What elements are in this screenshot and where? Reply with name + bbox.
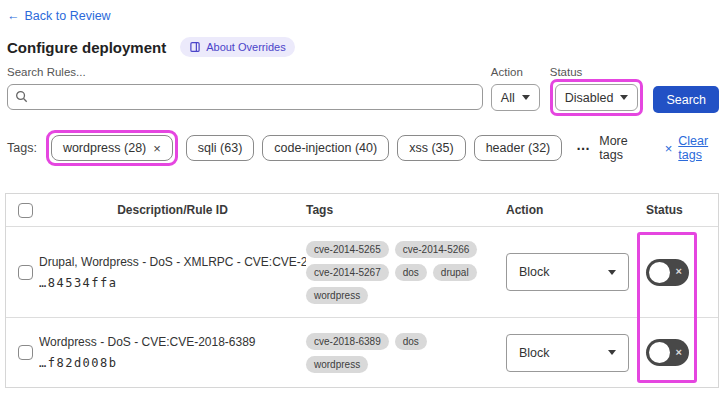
rule-tag-pill: dos bbox=[395, 333, 427, 350]
page-title: Configure deployment bbox=[7, 39, 166, 56]
search-rules-label: Search Rules... bbox=[7, 66, 483, 78]
tag-chip-label: code-injection (40) bbox=[274, 141, 377, 155]
table-header-row: Description/Rule ID Tags Action Status bbox=[6, 194, 718, 226]
status-cell: × bbox=[646, 227, 718, 317]
toggle-knob bbox=[649, 262, 670, 283]
status-filter-group: Status Disabled bbox=[550, 66, 644, 116]
action-filter-group: Action All bbox=[491, 66, 540, 111]
action-value: Block bbox=[519, 265, 550, 279]
search-icon bbox=[15, 90, 28, 103]
action-cell: Block bbox=[506, 318, 646, 387]
action-filter-label: Action bbox=[491, 66, 540, 78]
action-cell: Block bbox=[506, 227, 646, 317]
rule-tag-pill: wordpress bbox=[306, 356, 368, 373]
header-checkbox-cell bbox=[6, 203, 39, 218]
tag-chip-header[interactable]: header (32) bbox=[474, 135, 563, 161]
table-row: Wordpress - DoS - CVE:CVE-2018-6389 …f82… bbox=[6, 317, 718, 387]
tag-chip-sqli[interactable]: sqli (63) bbox=[186, 135, 254, 161]
status-filter-highlight: Disabled bbox=[550, 79, 644, 116]
status-filter-value: Disabled bbox=[565, 91, 614, 105]
header-status: Status bbox=[646, 203, 718, 217]
header-action: Action bbox=[506, 203, 646, 217]
table-row: Drupal, Wordpress - DoS - XMLRPC - CVE:C… bbox=[6, 226, 718, 317]
select-all-checkbox[interactable] bbox=[18, 203, 33, 218]
active-tag-highlight: wordpress (28) × bbox=[46, 130, 178, 166]
rule-tag-pill: drupal bbox=[433, 264, 477, 281]
tags-label: Tags: bbox=[7, 141, 37, 155]
about-overrides-label: About Overrides bbox=[206, 41, 285, 53]
action-filter-value: All bbox=[501, 91, 515, 105]
tag-chip-label: sqli (63) bbox=[198, 141, 242, 155]
clear-tags-icon: × bbox=[665, 141, 673, 156]
tags-cell: cve-2018-6389 dos wordpress bbox=[306, 318, 506, 387]
action-filter-dropdown[interactable]: All bbox=[491, 84, 540, 111]
rule-tag-pill: cve-2018-6389 bbox=[306, 333, 389, 350]
tag-chip-label: header (32) bbox=[486, 141, 551, 155]
rule-description: Wordpress - DoS - CVE:CVE-2018-6389 bbox=[39, 335, 306, 349]
filter-bar: Search Rules... Action All Status Disabl… bbox=[7, 66, 719, 116]
tag-chip-xss[interactable]: xss (35) bbox=[397, 135, 465, 161]
status-toggle-off[interactable]: × bbox=[646, 259, 689, 286]
tag-chip-wordpress[interactable]: wordpress (28) × bbox=[51, 135, 173, 161]
about-overrides-badge[interactable]: About Overrides bbox=[180, 37, 294, 57]
action-dropdown[interactable]: Block bbox=[506, 253, 629, 291]
remove-tag-icon[interactable]: × bbox=[153, 142, 161, 155]
chevron-down-icon bbox=[522, 95, 530, 100]
toggle-x-icon: × bbox=[676, 266, 682, 277]
more-tags-button[interactable]: ⋯ More tags bbox=[576, 134, 636, 162]
search-rules-input[interactable] bbox=[7, 84, 483, 110]
rules-table: Description/Rule ID Tags Action Status D… bbox=[5, 193, 719, 388]
rule-tag-pill: cve-2014-5267 bbox=[306, 264, 389, 281]
status-filter-label: Status bbox=[550, 66, 644, 78]
description-cell: Drupal, Wordpress - DoS - XMLRPC - CVE:C… bbox=[39, 227, 306, 317]
rule-id: …f82d008b bbox=[39, 356, 306, 370]
action-value: Block bbox=[519, 346, 550, 360]
chevron-down-icon bbox=[608, 270, 616, 275]
status-toggle-off[interactable]: × bbox=[646, 339, 689, 366]
clear-tags-link[interactable]: × Clear tags bbox=[665, 134, 719, 162]
header-tags: Tags bbox=[306, 203, 506, 217]
tags-cell: cve-2014-5265 cve-2014-5266 cve-2014-526… bbox=[306, 227, 506, 317]
rule-tag-pill: cve-2014-5265 bbox=[306, 241, 389, 258]
header-description: Description/Rule ID bbox=[39, 203, 306, 217]
back-link-label: Back to Review bbox=[25, 9, 111, 23]
description-cell: Wordpress - DoS - CVE:CVE-2018-6389 …f82… bbox=[39, 318, 306, 387]
chevron-down-icon bbox=[620, 95, 628, 100]
search-button[interactable]: Search bbox=[653, 86, 719, 113]
tags-bar: Tags: wordpress (28) × sqli (63) code-in… bbox=[7, 130, 719, 166]
rule-description: Drupal, Wordpress - DoS - XMLRPC - CVE:C… bbox=[39, 255, 306, 269]
rule-tag-pill: dos bbox=[395, 264, 427, 281]
row-checkbox-cell bbox=[6, 227, 39, 317]
configure-deployment-page: ← Back to Review Configure deployment Ab… bbox=[0, 0, 725, 406]
clear-tags-label: Clear tags bbox=[678, 134, 719, 162]
more-tags-label: More tags bbox=[599, 134, 636, 162]
status-cell: × bbox=[646, 318, 718, 387]
search-box bbox=[7, 84, 483, 110]
back-to-review-link[interactable]: ← Back to Review bbox=[7, 9, 111, 23]
row-checkbox[interactable] bbox=[18, 345, 33, 360]
tag-chip-label: wordpress (28) bbox=[63, 141, 146, 155]
status-filter-dropdown[interactable]: Disabled bbox=[555, 84, 639, 111]
search-field-group: Search Rules... bbox=[7, 66, 483, 110]
book-icon bbox=[189, 41, 201, 53]
rule-tag-pill: wordpress bbox=[306, 287, 368, 304]
chevron-down-icon bbox=[608, 350, 616, 355]
row-checkbox-cell bbox=[6, 318, 39, 387]
toggle-x-icon: × bbox=[676, 347, 682, 358]
ellipsis-icon: ⋯ bbox=[576, 140, 591, 156]
tag-chip-code-injection[interactable]: code-injection (40) bbox=[262, 135, 389, 161]
action-dropdown[interactable]: Block bbox=[506, 334, 629, 372]
rule-id: …84534ffa bbox=[39, 276, 306, 290]
rule-tag-pill: cve-2014-5266 bbox=[395, 241, 478, 258]
row-checkbox[interactable] bbox=[18, 265, 33, 280]
title-row: Configure deployment About Overrides bbox=[7, 37, 719, 57]
tag-chip-label: xss (35) bbox=[409, 141, 453, 155]
back-arrow-icon: ← bbox=[7, 9, 20, 23]
toggle-knob bbox=[649, 342, 670, 363]
